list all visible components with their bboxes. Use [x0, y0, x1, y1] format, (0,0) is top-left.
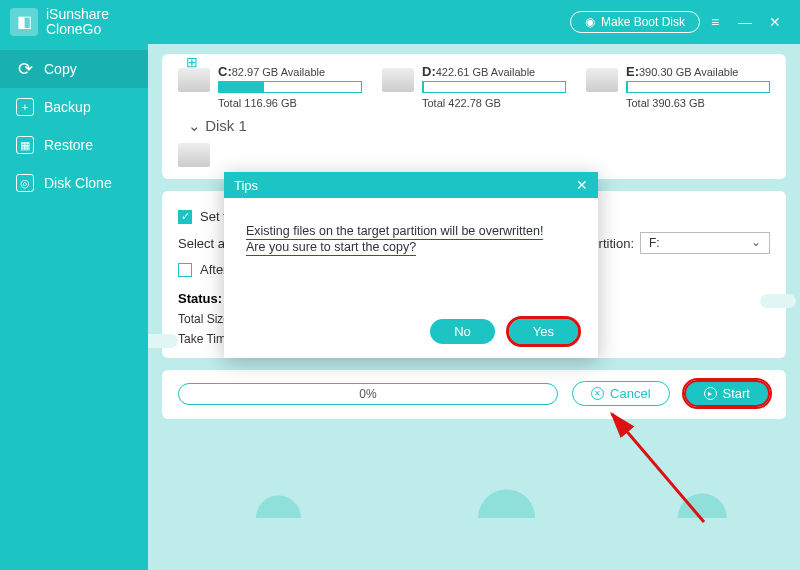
disk1-label: Disk 1: [205, 117, 247, 134]
yes-label: Yes: [533, 324, 554, 339]
source-disks-card: C:82.97 GB Available Total 116.96 GB D:4…: [162, 54, 786, 179]
disk-c[interactable]: C:82.97 GB Available Total 116.96 GB: [178, 64, 362, 109]
cancel-button[interactable]: ✕Cancel: [572, 381, 669, 406]
disk-letter: C:: [218, 64, 232, 79]
make-boot-disk-button[interactable]: ◉ Make Boot Disk: [570, 11, 700, 33]
minimize-button[interactable]: —: [730, 14, 760, 30]
progress-text: 0%: [359, 387, 376, 401]
boot-icon: ◉: [585, 15, 595, 29]
disk-total: Total 390.63 GB: [626, 97, 770, 109]
no-label: No: [454, 324, 471, 339]
dialog-warning-line2: Are you sure to start the copy?: [246, 240, 416, 256]
dialog-warning-line1: Existing files on the target partition w…: [246, 224, 543, 240]
partition-value: F:: [649, 236, 660, 250]
start-label: Start: [723, 386, 750, 401]
menu-button[interactable]: ≡: [700, 14, 730, 30]
partition-select[interactable]: F:: [640, 232, 770, 254]
restore-icon: ▦: [16, 136, 34, 154]
disk-total: Total 116.96 GB: [218, 97, 362, 109]
dialog-no-button[interactable]: No: [430, 319, 495, 344]
partition-label: rtition:: [599, 236, 634, 251]
footer-card: 0% ✕Cancel ▸Start: [162, 370, 786, 419]
usage-bar: [626, 81, 770, 93]
dialog-yes-button[interactable]: Yes: [509, 319, 578, 344]
app-logo: ◧ iSunshareCloneGo: [10, 7, 109, 38]
sidebar-item-label: Disk Clone: [44, 175, 112, 191]
hills-decoration: [148, 478, 800, 518]
usage-bar: [218, 81, 362, 93]
disk-avail: 422.61 GB Available: [436, 66, 535, 78]
sidebar-item-restore[interactable]: ▦ Restore: [0, 126, 148, 164]
sidebar: ⟳ Copy + Backup ▦ Restore ◎ Disk Clone: [0, 44, 148, 570]
close-button[interactable]: ✕: [760, 14, 790, 30]
disk-letter: E:: [626, 64, 639, 79]
disk-total: Total 422.78 GB: [422, 97, 566, 109]
sidebar-item-label: Copy: [44, 61, 77, 77]
sidebar-item-label: Restore: [44, 137, 93, 153]
after-checkbox[interactable]: [178, 263, 192, 277]
dialog-titlebar: Tips ✕: [224, 172, 598, 198]
usage-bar: [422, 81, 566, 93]
set-label: Set t: [200, 209, 227, 224]
titlebar: ◧ iSunshareCloneGo ◉ Make Boot Disk ≡ — …: [0, 0, 800, 44]
disk-icon: [382, 68, 414, 92]
disk-clone-icon: ◎: [16, 174, 34, 192]
backup-icon: +: [16, 98, 34, 116]
disk-e[interactable]: E:390.30 GB Available Total 390.63 GB: [586, 64, 770, 109]
app-title: iSunshareCloneGo: [46, 7, 109, 38]
progress-bar: 0%: [178, 383, 558, 405]
cloud-decoration: [148, 334, 178, 348]
start-button[interactable]: ▸Start: [684, 380, 770, 407]
sidebar-item-backup[interactable]: + Backup: [0, 88, 148, 126]
disk-avail: 82.97 GB Available: [232, 66, 325, 78]
sidebar-item-label: Backup: [44, 99, 91, 115]
logo-icon: ◧: [10, 8, 38, 36]
cancel-label: Cancel: [610, 386, 650, 401]
select-a-label: Select a: [178, 236, 225, 251]
copy-icon: ⟳: [16, 60, 34, 78]
dialog-title: Tips: [234, 178, 258, 193]
sidebar-item-disk-clone[interactable]: ◎ Disk Clone: [0, 164, 148, 202]
tips-dialog: Tips ✕ Existing files on the target part…: [224, 172, 598, 358]
disk1-expander[interactable]: ⌄ Disk 1: [188, 117, 770, 135]
disk-letter: D:: [422, 64, 436, 79]
make-boot-label: Make Boot Disk: [601, 15, 685, 29]
cancel-icon: ✕: [591, 387, 604, 400]
disk-icon: [178, 143, 210, 167]
disk1-entry[interactable]: [178, 139, 238, 167]
cloud-decoration: [760, 294, 796, 308]
disk-icon: [586, 68, 618, 92]
disk-d[interactable]: D:422.61 GB Available Total 422.78 GB: [382, 64, 566, 109]
dialog-close-button[interactable]: ✕: [576, 177, 588, 193]
chevron-down-icon: ⌄: [188, 117, 201, 134]
disk-icon: [178, 68, 210, 92]
set-checkbox[interactable]: ✓: [178, 210, 192, 224]
sidebar-item-copy[interactable]: ⟳ Copy: [0, 50, 148, 88]
play-icon: ▸: [704, 387, 717, 400]
disk-avail: 390.30 GB Available: [639, 66, 738, 78]
